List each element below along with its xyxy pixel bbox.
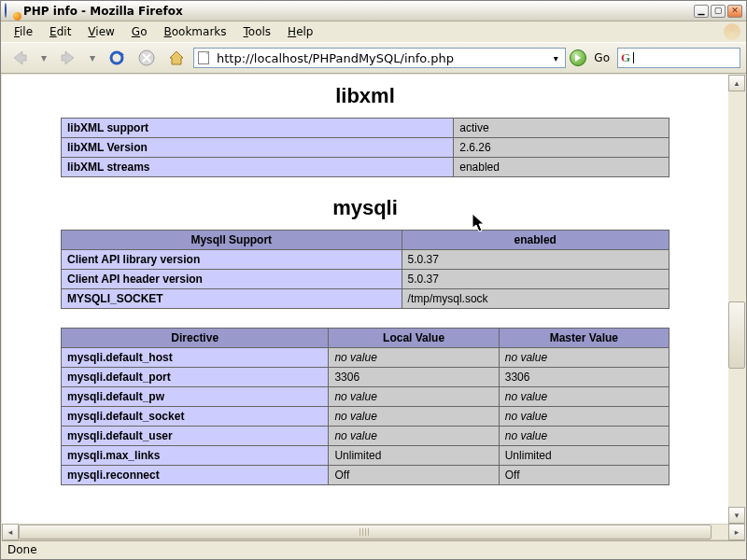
col-header: Local Value: [329, 329, 499, 348]
menu-help[interactable]: Help: [280, 23, 320, 40]
local-value: Unlimited: [329, 446, 499, 466]
reload-button[interactable]: [104, 45, 130, 71]
local-value: no value: [329, 427, 499, 446]
forward-dropdown[interactable]: ▾: [85, 45, 100, 71]
directive-name: mysqli.max_links: [62, 446, 329, 466]
directive-name: Client API library version: [62, 250, 402, 270]
table-row: mysqli.default_hostno valueno value: [62, 348, 669, 368]
section-heading-mysqli: mysqli: [2, 196, 728, 220]
local-value: Off: [329, 466, 499, 485]
libxml-table: libXML supportactivelibXML Version2.6.26…: [61, 118, 669, 177]
page-content: libxml libXML supportactivelibXML Versio…: [2, 75, 728, 524]
home-button[interactable]: [163, 45, 190, 71]
menu-go[interactable]: Go: [124, 23, 155, 40]
close-button[interactable]: ✕: [727, 5, 742, 18]
vertical-scrollbar[interactable]: ▴ ▾: [728, 75, 745, 524]
scroll-down-button[interactable]: ▾: [728, 507, 745, 524]
mysqli-directives-table: Directive Local Value Master Value mysql…: [61, 328, 669, 485]
directive-value: /tmp/mysql.sock: [402, 289, 669, 309]
master-value: no value: [499, 407, 669, 427]
col-header: Master Value: [499, 329, 669, 348]
minimize-button[interactable]: ▁: [694, 5, 709, 18]
table-row: Client API library version5.0.37: [62, 250, 669, 270]
scroll-right-button[interactable]: ▸: [728, 524, 745, 540]
directive-value: 5.0.37: [402, 270, 669, 289]
master-value: Unlimited: [499, 446, 669, 466]
stop-button[interactable]: [134, 45, 160, 71]
directive-name: MYSQLI_SOCKET: [62, 289, 402, 309]
title-bar: PHP info - Mozilla Firefox ▁ ▢ ✕: [1, 1, 746, 21]
page-icon: [196, 50, 211, 65]
menu-edit[interactable]: Edit: [42, 23, 78, 40]
scroll-left-button[interactable]: ◂: [2, 524, 19, 540]
table-row: mysqli.default_pwno valueno value: [62, 387, 669, 407]
back-button[interactable]: [7, 45, 33, 71]
directive-name: Client API header version: [62, 270, 402, 289]
activity-throbber-icon: [724, 23, 740, 40]
scroll-track[interactable]: [728, 91, 745, 507]
search-caret: [633, 52, 634, 63]
table-row: libXML streamsenabled: [62, 158, 669, 177]
table-row: mysqli.max_linksUnlimitedUnlimited: [62, 446, 669, 466]
url-input[interactable]: [215, 50, 548, 66]
directive-value: enabled: [454, 158, 669, 177]
menu-bookmarks[interactable]: Bookmarks: [156, 23, 233, 40]
maximize-button[interactable]: ▢: [711, 5, 726, 18]
status-text: Done: [7, 543, 37, 556]
directive-value: 5.0.37: [402, 250, 669, 270]
url-bar[interactable]: ▾: [193, 48, 566, 68]
directive-value: active: [454, 119, 669, 138]
directive-name: mysqli.default_host: [62, 348, 329, 368]
local-value: no value: [329, 387, 499, 407]
local-value: 3306: [329, 368, 499, 387]
table-row: MYSQLI_SOCKET/tmp/mysql.sock: [62, 289, 669, 309]
local-value: no value: [329, 407, 499, 427]
google-icon: G: [621, 50, 630, 65]
go-button[interactable]: [570, 49, 586, 66]
menu-view[interactable]: View: [80, 23, 121, 40]
menu-file[interactable]: File: [7, 23, 40, 40]
local-value: no value: [329, 348, 499, 368]
col-header: Directive: [62, 329, 329, 348]
horizontal-scrollbar[interactable]: ◂ ▸: [2, 524, 745, 540]
content-viewport: libxml libXML supportactivelibXML Versio…: [2, 75, 745, 524]
table-row: Client API header version5.0.37: [62, 270, 669, 289]
scroll-thumb[interactable]: [728, 301, 745, 369]
table-row: libXML supportactive: [62, 119, 669, 138]
directive-name: mysqli.default_socket: [62, 407, 329, 427]
scroll-up-button[interactable]: ▴: [728, 75, 745, 91]
master-value: no value: [499, 348, 669, 368]
go-label: Go: [594, 51, 610, 64]
mysqli-support-table: MysqlI Support enabled Client API librar…: [61, 230, 669, 309]
search-box[interactable]: G: [617, 48, 740, 68]
url-dropdown-icon[interactable]: ▾: [548, 53, 563, 63]
section-heading-libxml: libxml: [2, 84, 728, 108]
table-row: mysqli.reconnectOffOff: [62, 466, 669, 485]
navigation-toolbar: ▾ ▾ ▾ Go G: [1, 42, 746, 74]
directive-name: mysqli.reconnect: [62, 466, 329, 485]
forward-button[interactable]: [55, 45, 81, 71]
master-value: no value: [499, 387, 669, 407]
status-bar: Done: [2, 540, 745, 558]
hscroll-thumb[interactable]: [19, 525, 712, 539]
browser-window: PHP info - Mozilla Firefox ▁ ▢ ✕ File Ed…: [0, 0, 747, 560]
table-row: libXML Version2.6.26: [62, 138, 669, 158]
directive-name: mysqli.default_port: [62, 368, 329, 387]
col-header: MysqlI Support: [62, 231, 402, 250]
directive-name: mysqli.default_pw: [62, 387, 329, 407]
directive-name: libXML support: [62, 119, 454, 138]
table-row: mysqli.default_userno valueno value: [62, 427, 669, 446]
master-value: Off: [499, 466, 669, 485]
directive-name: libXML Version: [62, 138, 454, 158]
firefox-icon: [5, 4, 20, 19]
master-value: 3306: [499, 368, 669, 387]
menu-bar: File Edit View Go Bookmarks Tools Help: [1, 21, 746, 42]
directive-value: 2.6.26: [454, 138, 669, 158]
directive-name: libXML streams: [62, 158, 454, 177]
table-row: mysqli.default_socketno valueno value: [62, 407, 669, 427]
hscroll-track[interactable]: [19, 524, 728, 540]
back-dropdown[interactable]: ▾: [36, 45, 51, 71]
menu-tools[interactable]: Tools: [236, 23, 279, 40]
master-value: no value: [499, 427, 669, 446]
table-row: mysqli.default_port33063306: [62, 368, 669, 387]
